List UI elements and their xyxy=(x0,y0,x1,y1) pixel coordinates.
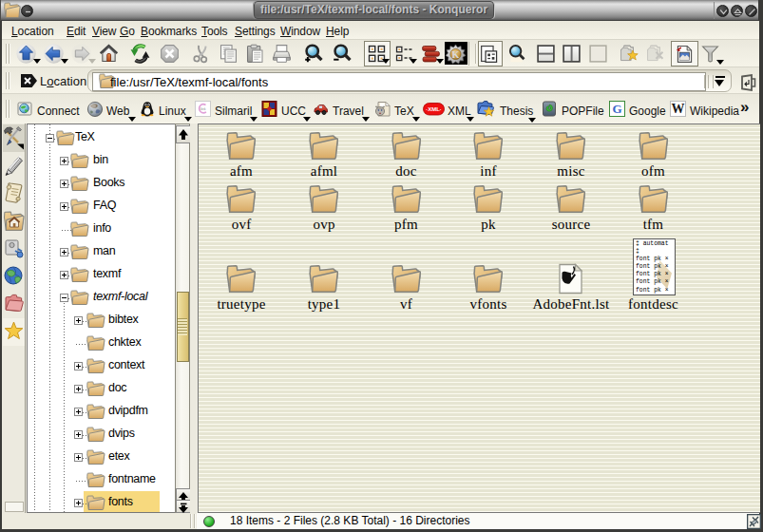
svg-text:Girik: Girik xyxy=(200,107,206,111)
svg-text:·XML·: ·XML· xyxy=(426,106,442,112)
svg-text:W: W xyxy=(672,102,685,116)
svg-text:K: K xyxy=(452,49,460,60)
svg-text:G: G xyxy=(612,102,621,116)
